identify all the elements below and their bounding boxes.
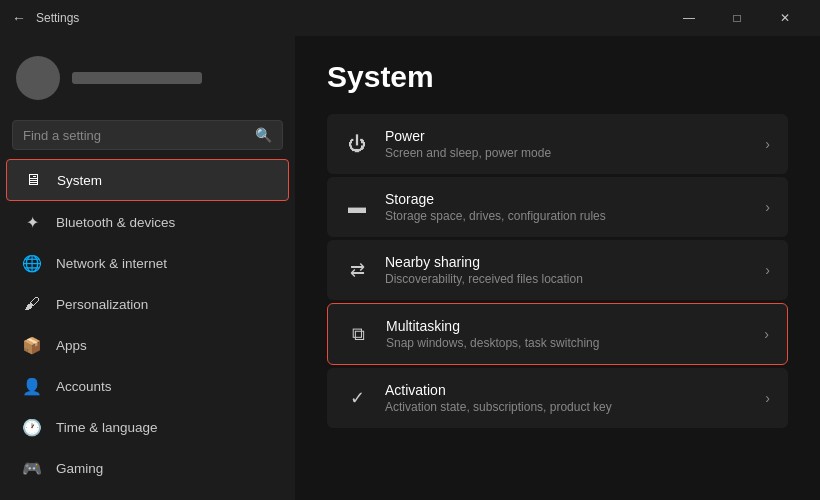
titlebar-title: Settings: [36, 11, 79, 25]
minimize-button[interactable]: —: [666, 2, 712, 34]
chevron-activation-icon: ›: [765, 390, 770, 406]
sidebar-item-gaming[interactable]: 🎮 Gaming: [6, 448, 289, 488]
setting-text-storage: Storage Storage space, drives, configura…: [385, 191, 606, 223]
time-icon: 🕐: [22, 417, 42, 437]
search-icon: 🔍: [255, 127, 272, 143]
sidebar-item-label-system: System: [57, 173, 102, 188]
setting-item-multitasking[interactable]: ⧉ Multitasking Snap windows, desktops, t…: [327, 303, 788, 365]
setting-desc-activation: Activation state, subscriptions, product…: [385, 400, 612, 414]
setting-name-storage: Storage: [385, 191, 606, 207]
chevron-multitasking-icon: ›: [764, 326, 769, 342]
system-icon: 🖥: [23, 170, 43, 190]
search-box[interactable]: 🔍: [12, 120, 283, 150]
chevron-storage-icon: ›: [765, 199, 770, 215]
titlebar-left: ← Settings: [12, 10, 79, 26]
sidebar-item-time[interactable]: 🕐 Time & language: [6, 407, 289, 447]
setting-desc-nearby-sharing: Discoverability, received files location: [385, 272, 583, 286]
maximize-button[interactable]: □: [714, 2, 760, 34]
sidebar-item-network[interactable]: 🌐 Network & internet: [6, 243, 289, 283]
user-info: [72, 72, 202, 84]
back-button[interactable]: ←: [12, 10, 26, 26]
setting-item-power[interactable]: ⏻ Power Screen and sleep, power mode ›: [327, 114, 788, 174]
network-icon: 🌐: [22, 253, 42, 273]
setting-text-power: Power Screen and sleep, power mode: [385, 128, 551, 160]
user-name: [72, 72, 202, 84]
content-area: System ⏻ Power Screen and sleep, power m…: [295, 36, 820, 500]
page-title: System: [327, 60, 788, 94]
accounts-icon: 👤: [22, 376, 42, 396]
personalization-icon: 🖌: [22, 294, 42, 314]
chevron-power-icon: ›: [765, 136, 770, 152]
sidebar-item-label-gaming: Gaming: [56, 461, 103, 476]
titlebar-controls: — □ ✕: [666, 2, 808, 34]
avatar: [16, 56, 60, 100]
multitasking-icon: ⧉: [346, 322, 370, 346]
titlebar: ← Settings — □ ✕: [0, 0, 820, 36]
setting-left-storage: ▬ Storage Storage space, drives, configu…: [345, 191, 606, 223]
sidebar-item-system[interactable]: 🖥 System: [6, 159, 289, 201]
setting-desc-multitasking: Snap windows, desktops, task switching: [386, 336, 599, 350]
sidebar-item-label-accounts: Accounts: [56, 379, 112, 394]
sidebar-item-apps[interactable]: 📦 Apps: [6, 325, 289, 365]
app-body: 🔍 🖥 System ✦ Bluetooth & devices 🌐 Netwo…: [0, 36, 820, 500]
setting-desc-storage: Storage space, drives, configuration rul…: [385, 209, 606, 223]
sidebar-item-label-bluetooth: Bluetooth & devices: [56, 215, 175, 230]
setting-item-activation[interactable]: ✓ Activation Activation state, subscript…: [327, 368, 788, 428]
apps-icon: 📦: [22, 335, 42, 355]
setting-name-multitasking: Multitasking: [386, 318, 599, 334]
setting-left-activation: ✓ Activation Activation state, subscript…: [345, 382, 612, 414]
sidebar: 🔍 🖥 System ✦ Bluetooth & devices 🌐 Netwo…: [0, 36, 295, 500]
user-profile: [0, 44, 295, 116]
setting-name-activation: Activation: [385, 382, 612, 398]
setting-left-nearby-sharing: ⇄ Nearby sharing Discoverability, receiv…: [345, 254, 583, 286]
setting-text-nearby-sharing: Nearby sharing Discoverability, received…: [385, 254, 583, 286]
sidebar-item-bluetooth[interactable]: ✦ Bluetooth & devices: [6, 202, 289, 242]
power-icon: ⏻: [345, 132, 369, 156]
sidebar-item-label-time: Time & language: [56, 420, 158, 435]
search-input[interactable]: [23, 128, 247, 143]
setting-text-multitasking: Multitasking Snap windows, desktops, tas…: [386, 318, 599, 350]
chevron-nearby-sharing-icon: ›: [765, 262, 770, 278]
activation-icon: ✓: [345, 386, 369, 410]
storage-icon: ▬: [345, 195, 369, 219]
setting-desc-power: Screen and sleep, power mode: [385, 146, 551, 160]
setting-item-nearby-sharing[interactable]: ⇄ Nearby sharing Discoverability, receiv…: [327, 240, 788, 300]
sidebar-item-accounts[interactable]: 👤 Accounts: [6, 366, 289, 406]
setting-left-multitasking: ⧉ Multitasking Snap windows, desktops, t…: [346, 318, 599, 350]
setting-name-power: Power: [385, 128, 551, 144]
setting-left-power: ⏻ Power Screen and sleep, power mode: [345, 128, 551, 160]
setting-item-storage[interactable]: ▬ Storage Storage space, drives, configu…: [327, 177, 788, 237]
settings-list: ⏻ Power Screen and sleep, power mode › ▬…: [327, 114, 788, 428]
sidebar-item-label-personalization: Personalization: [56, 297, 148, 312]
sidebar-item-label-apps: Apps: [56, 338, 87, 353]
setting-name-nearby-sharing: Nearby sharing: [385, 254, 583, 270]
close-button[interactable]: ✕: [762, 2, 808, 34]
nav-list: 🖥 System ✦ Bluetooth & devices 🌐 Network…: [0, 158, 295, 489]
setting-text-activation: Activation Activation state, subscriptio…: [385, 382, 612, 414]
nearby-sharing-icon: ⇄: [345, 258, 369, 282]
gaming-icon: 🎮: [22, 458, 42, 478]
sidebar-item-label-network: Network & internet: [56, 256, 167, 271]
sidebar-item-personalization[interactable]: 🖌 Personalization: [6, 284, 289, 324]
bluetooth-icon: ✦: [22, 212, 42, 232]
